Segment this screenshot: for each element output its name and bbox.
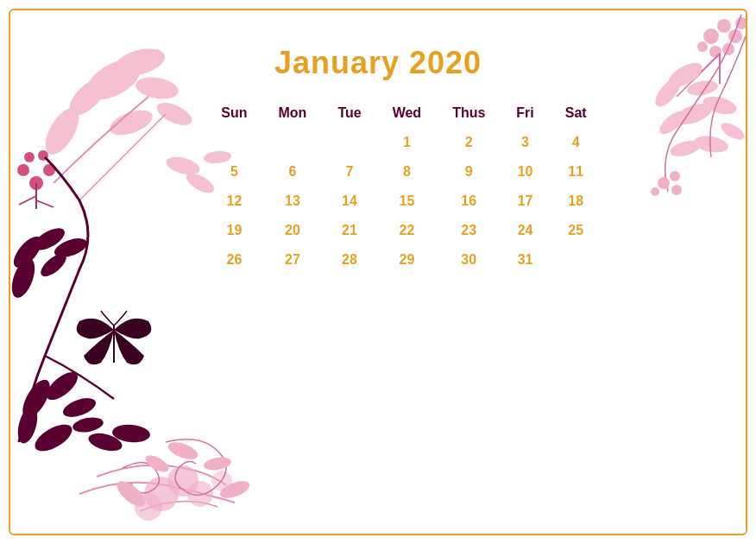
svg-point-29	[167, 465, 198, 497]
day-cell-9[interactable]: 9	[437, 157, 501, 187]
empty-cell	[263, 128, 323, 157]
week-row: 567891011	[205, 157, 602, 187]
day-cell-29[interactable]: 29	[377, 245, 437, 275]
svg-point-35	[203, 455, 232, 471]
day-cell-30[interactable]: 30	[437, 245, 501, 275]
svg-point-21	[17, 376, 55, 422]
empty-cell	[322, 128, 376, 157]
svg-point-30	[187, 481, 213, 507]
day-cell-31[interactable]: 31	[501, 245, 549, 275]
week-row: 19202122232425	[205, 216, 602, 245]
svg-point-27	[86, 430, 123, 454]
day-cell-4[interactable]: 4	[550, 128, 602, 157]
calendar-container: January 2020 SunMonTueWedThusFriSat 1234…	[9, 9, 747, 535]
week-row: 1234	[205, 128, 602, 157]
svg-point-25	[31, 419, 77, 456]
day-cell-2[interactable]: 2	[437, 128, 501, 157]
day-cell-3[interactable]: 3	[501, 128, 549, 157]
day-cell-6[interactable]: 6	[263, 157, 323, 187]
svg-point-36	[143, 452, 172, 475]
svg-point-22	[42, 367, 83, 405]
day-cell-23[interactable]: 23	[437, 216, 501, 245]
day-cell-21[interactable]: 21	[322, 216, 376, 245]
day-cell-1[interactable]: 1	[377, 128, 437, 157]
month-title: January 2020	[274, 45, 482, 81]
day-header-thus: Thus	[437, 98, 501, 128]
svg-point-33	[135, 493, 162, 521]
week-row: 12131415161718	[205, 187, 602, 216]
day-cell-25[interactable]: 25	[550, 216, 602, 245]
day-cell-11[interactable]: 11	[550, 157, 602, 187]
day-cell-5[interactable]: 5	[205, 157, 262, 187]
week-row: 262728293031	[205, 245, 602, 275]
day-cell-7[interactable]: 7	[322, 157, 376, 187]
day-header-tue: Tue	[322, 98, 376, 128]
svg-point-32	[211, 471, 232, 491]
day-cell-12[interactable]: 12	[205, 187, 262, 216]
calendar-table: SunMonTueWedThusFriSat 12345678910111213…	[205, 98, 602, 275]
day-header-mon: Mon	[263, 98, 323, 128]
day-header-fri: Fri	[501, 98, 549, 128]
svg-point-38	[113, 477, 149, 511]
day-header-wed: Wed	[377, 98, 437, 128]
svg-point-34	[166, 439, 199, 462]
svg-point-26	[72, 415, 104, 434]
day-header-sun: Sun	[205, 98, 262, 128]
calendar-content: January 2020 SunMonTueWedThusFriSat 1234…	[10, 10, 746, 275]
day-cell-8[interactable]: 8	[377, 157, 437, 187]
svg-point-28	[111, 423, 151, 444]
svg-point-31	[144, 477, 179, 511]
day-cell-27[interactable]: 27	[263, 245, 323, 275]
svg-point-37	[217, 478, 251, 501]
day-cell-20[interactable]: 20	[263, 216, 323, 245]
days-header-row: SunMonTueWedThusFriSat	[205, 98, 602, 128]
day-cell-16[interactable]: 16	[437, 187, 501, 216]
svg-point-24	[15, 404, 41, 446]
day-cell-10[interactable]: 10	[501, 157, 549, 187]
day-cell-15[interactable]: 15	[377, 187, 437, 216]
day-cell-18[interactable]: 18	[550, 187, 602, 216]
day-cell-26[interactable]: 26	[205, 245, 262, 275]
day-header-sat: Sat	[550, 98, 602, 128]
day-cell-13[interactable]: 13	[263, 187, 323, 216]
empty-cell	[205, 128, 262, 157]
day-cell-24[interactable]: 24	[501, 216, 549, 245]
svg-point-23	[60, 395, 98, 421]
day-cell-28[interactable]: 28	[322, 245, 376, 275]
empty-cell	[550, 245, 602, 275]
day-cell-17[interactable]: 17	[501, 187, 549, 216]
day-cell-14[interactable]: 14	[322, 187, 376, 216]
day-cell-19[interactable]: 19	[205, 216, 262, 245]
day-cell-22[interactable]: 22	[377, 216, 437, 245]
